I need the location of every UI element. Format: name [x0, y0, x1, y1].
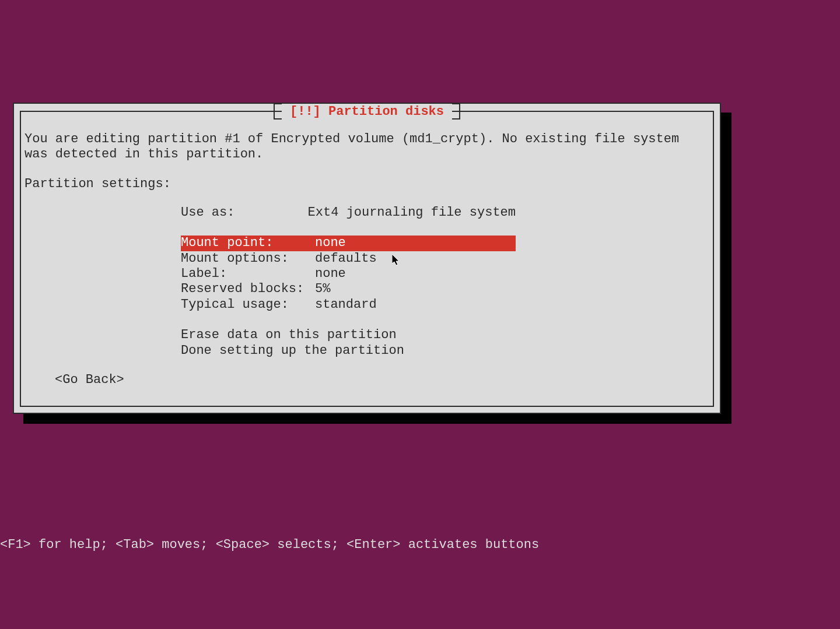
- title-bracket-right: [452, 103, 460, 120]
- title-bracket-left: [274, 103, 282, 120]
- help-bar: <F1> for help; <Tab> moves; <Space> sele…: [0, 537, 539, 552]
- dialog-inner-border: [20, 111, 714, 407]
- partition-dialog: [!!] Partition disks You are editing par…: [13, 103, 721, 414]
- dialog-title: [!!] Partition disks: [282, 104, 452, 119]
- dialog-title-wrap: [!!] Partition disks: [274, 104, 460, 120]
